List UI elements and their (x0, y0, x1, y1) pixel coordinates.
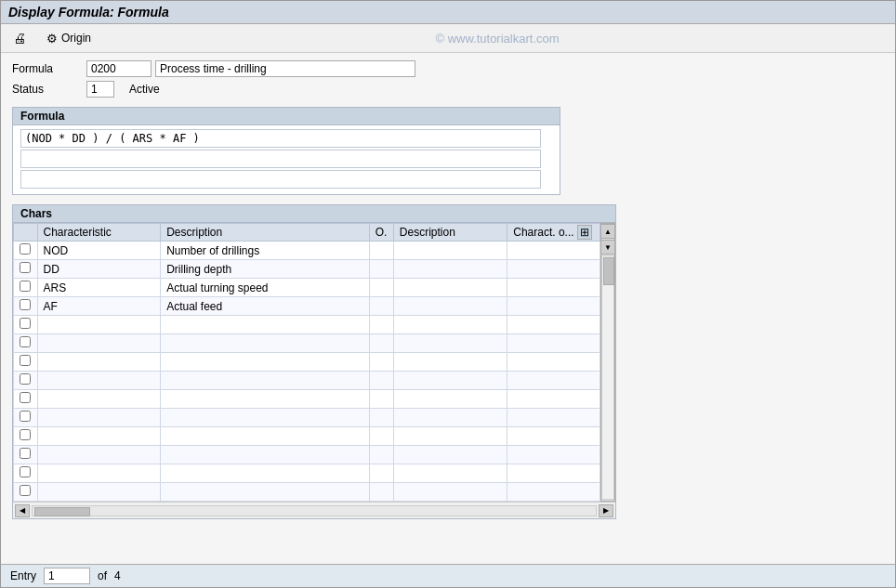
origin-icon: ⚙ (46, 32, 58, 46)
cell-description2 (393, 353, 507, 372)
cell-description: Number of drillings (161, 242, 369, 260)
cell-charact-o (507, 260, 600, 279)
formula-code-input[interactable] (86, 60, 152, 77)
cell-charact-o (507, 464, 600, 483)
table-row (14, 353, 600, 372)
cell-o (369, 483, 393, 502)
content-area: Formula Status Active Formula (NOD * DD … (1, 53, 895, 564)
row-checkbox[interactable] (20, 355, 31, 366)
cell-o (369, 464, 393, 483)
cell-o (369, 316, 393, 334)
cell-characteristic (37, 316, 161, 334)
formula-desc-input[interactable] (155, 60, 415, 77)
toolbar: 🖨 ⚙ Origin © www.tutorialkart.com (1, 24, 895, 53)
cell-o (369, 242, 393, 260)
cell-description (161, 483, 369, 502)
cell-description (161, 372, 369, 390)
row-checkbox[interactable] (20, 485, 31, 496)
chars-table: Characteristic Description O. Descriptio… (13, 223, 600, 502)
save-button[interactable]: 🖨 (8, 28, 31, 48)
cell-charact-o (507, 483, 600, 502)
chars-section-header: Chars (13, 205, 615, 223)
cell-charact-o (507, 427, 600, 446)
row-checkbox[interactable] (20, 336, 31, 347)
origin-label: Origin (61, 32, 91, 45)
status-row: Status Active (12, 81, 884, 98)
entry-value-input[interactable] (44, 568, 90, 584)
cell-o (369, 334, 393, 353)
table-settings-icon[interactable]: ⊞ (577, 225, 592, 240)
row-checkbox[interactable] (20, 281, 31, 292)
row-checkbox[interactable] (20, 448, 31, 459)
cell-charact-o (507, 242, 600, 260)
cell-check (14, 483, 38, 502)
cell-o (369, 390, 393, 409)
scroll-h-thumb[interactable] (34, 507, 90, 516)
main-window: Display Formula: Formula 🖨 ⚙ Origin © ww… (0, 0, 896, 588)
table-row: NOD Number of drillings (14, 242, 600, 260)
status-text: Active (129, 83, 160, 96)
cell-characteristic (37, 483, 161, 502)
chars-table-wrap: Characteristic Description O. Descriptio… (13, 223, 615, 502)
scroll-up-btn[interactable]: ▲ (600, 224, 615, 239)
cell-description (161, 464, 369, 483)
cell-check (14, 297, 38, 316)
row-checkbox[interactable] (20, 373, 31, 385)
scroll-right-btn[interactable]: ▶ (599, 504, 613, 517)
cell-check (14, 446, 38, 464)
table-row (14, 427, 600, 446)
cell-check (14, 390, 38, 409)
cell-description (161, 446, 369, 464)
row-checkbox[interactable] (20, 243, 31, 255)
status-code-input[interactable] (86, 81, 114, 98)
cell-check (14, 242, 38, 260)
cell-description (161, 353, 369, 372)
table-row (14, 446, 600, 464)
row-checkbox[interactable] (20, 392, 31, 403)
scrollbar-thumb[interactable] (603, 257, 614, 285)
cell-characteristic (37, 390, 161, 409)
chars-section: Chars Characteristic Description O. Desc… (12, 204, 616, 519)
cell-description2 (393, 427, 507, 446)
chars-scrollbar-vertical[interactable]: ▲ ▼ (600, 223, 615, 502)
cell-o (369, 372, 393, 390)
cell-characteristic (37, 334, 161, 353)
cell-description: Drilling depth (161, 260, 369, 279)
cell-description2 (393, 316, 507, 334)
cell-characteristic (37, 464, 161, 483)
scroll-down-btn[interactable]: ▼ (600, 240, 615, 255)
formula-section-header: Formula (13, 108, 560, 125)
col-header-check (14, 224, 38, 242)
cell-o (369, 409, 393, 427)
row-checkbox[interactable] (20, 466, 31, 477)
row-checkbox[interactable] (20, 429, 31, 440)
table-row (14, 390, 600, 409)
cell-description2 (393, 464, 507, 483)
cell-description (161, 427, 369, 446)
cell-description2 (393, 372, 507, 390)
row-checkbox[interactable] (20, 299, 31, 310)
cell-characteristic: ARS (37, 279, 161, 297)
table-row (14, 372, 600, 390)
cell-check (14, 316, 38, 334)
cell-charact-o (507, 409, 600, 427)
cell-check (14, 464, 38, 483)
formula-line-2 (20, 150, 541, 168)
window-title: Display Formula: Formula (8, 5, 169, 20)
origin-button[interactable]: ⚙ Origin (42, 29, 96, 48)
cell-description2 (393, 409, 507, 427)
formula-line-3 (20, 170, 541, 189)
table-row (14, 409, 600, 427)
watermark: © www.tutorialkart.com (107, 32, 888, 46)
col-header-o: O. (369, 224, 393, 242)
row-checkbox[interactable] (20, 262, 31, 273)
cell-charact-o (507, 297, 600, 316)
cell-description: Actual feed (161, 297, 369, 316)
scroll-left-btn[interactable]: ◀ (15, 504, 30, 517)
table-row (14, 483, 600, 502)
cell-characteristic (37, 427, 161, 446)
cell-o (369, 446, 393, 464)
table-row: AF Actual feed (14, 297, 600, 316)
row-checkbox[interactable] (20, 411, 31, 422)
row-checkbox[interactable] (20, 318, 31, 329)
